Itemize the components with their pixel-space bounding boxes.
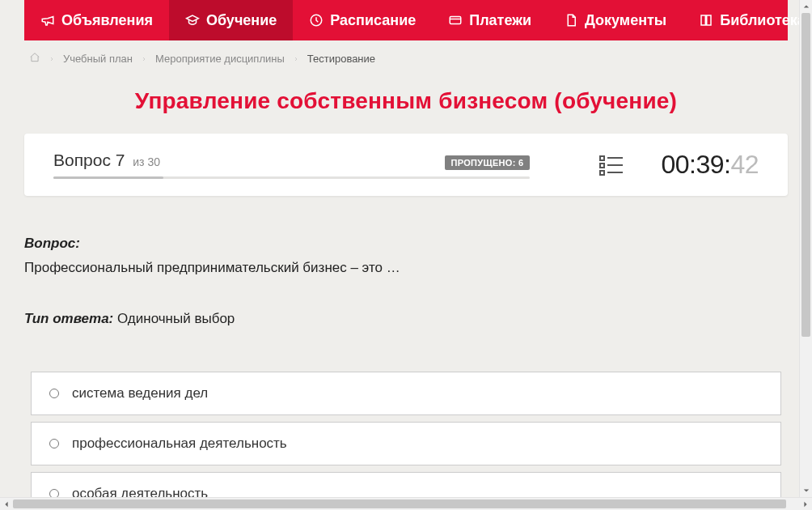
scroll-up-icon[interactable]	[800, 0, 812, 13]
svg-rect-4	[600, 171, 604, 175]
svg-rect-1	[450, 17, 461, 24]
radio-icon[interactable]	[49, 389, 59, 398]
nav-item-label: Объявления	[61, 12, 153, 29]
nav-library[interactable]: Библиотека	[683, 0, 812, 40]
progress-fill	[53, 176, 163, 179]
megaphone-icon	[40, 13, 55, 28]
question-counter: Вопрос 7	[53, 151, 129, 169]
nav-item-label: Библиотека	[720, 12, 806, 29]
nav-item-label: Документы	[585, 12, 666, 29]
answer-list: система ведения дел профессиональная дея…	[0, 372, 812, 497]
page-title: Управление собственным бизнесом (обучени…	[0, 74, 812, 134]
radio-icon[interactable]	[49, 489, 59, 497]
card-icon	[448, 13, 463, 28]
document-icon	[564, 13, 578, 28]
question-list-button[interactable]	[599, 155, 624, 176]
scroll-thumb[interactable]	[13, 499, 786, 508]
main-navbar: Объявления Обучение Расписание Платежи Д…	[24, 0, 788, 40]
chevron-right-icon	[49, 53, 55, 65]
timer: 00:39:42	[661, 150, 759, 180]
scroll-right-icon[interactable]	[799, 498, 812, 510]
question-heading: Вопрос:	[24, 233, 788, 254]
horizontal-scrollbar[interactable]	[0, 497, 812, 510]
question-block: Вопрос: Профессиональный предприниматель…	[0, 196, 812, 329]
scroll-thumb[interactable]	[801, 13, 810, 337]
skipped-badge: ПРОПУЩЕНО: 6	[445, 155, 531, 170]
nav-announcements[interactable]: Объявления	[24, 0, 169, 40]
progress-bar	[53, 176, 530, 179]
breadcrumb-link[interactable]: Мероприятие дисциплины	[155, 53, 285, 65]
answer-option[interactable]: система ведения дел	[31, 372, 781, 415]
answer-text: профессиональная деятельность	[72, 436, 287, 452]
scroll-track[interactable]	[13, 498, 799, 510]
clock-icon	[309, 13, 324, 28]
nav-item-label: Расписание	[330, 12, 416, 29]
home-icon[interactable]	[29, 52, 40, 66]
nav-schedule[interactable]: Расписание	[293, 0, 432, 40]
scroll-left-icon[interactable]	[0, 498, 13, 510]
graduation-icon	[185, 13, 200, 28]
scroll-track[interactable]	[800, 13, 812, 484]
chevron-right-icon	[141, 53, 147, 65]
chevron-right-icon	[293, 53, 299, 65]
answer-type-label: Тип ответа:	[24, 311, 113, 326]
nav-item-label: Платежи	[469, 12, 531, 29]
answer-text: особая деятельность	[72, 486, 208, 497]
vertical-scrollbar[interactable]	[799, 0, 812, 497]
answer-option[interactable]: особая деятельность	[31, 472, 781, 497]
radio-icon[interactable]	[49, 439, 59, 448]
answer-type-value: Одиночный выбор	[117, 311, 235, 326]
breadcrumb-current: Тестирование	[307, 53, 375, 65]
book-icon	[699, 13, 713, 28]
breadcrumb-link[interactable]: Учебный план	[63, 53, 133, 65]
nav-item-label: Обучение	[206, 12, 277, 29]
nav-education[interactable]: Обучение	[169, 0, 293, 40]
nav-documents[interactable]: Документы	[548, 0, 683, 40]
nav-payments[interactable]: Платежи	[432, 0, 548, 40]
breadcrumb: Учебный план Мероприятие дисциплины Тест…	[0, 40, 812, 74]
scroll-down-icon[interactable]	[800, 484, 812, 497]
test-status-card: Вопрос 7 из 30 ПРОПУЩЕНО: 6	[24, 134, 788, 196]
svg-rect-3	[600, 164, 604, 168]
svg-rect-2	[600, 156, 604, 160]
question-total: из 30	[133, 155, 160, 168]
question-text: Профессиональный предпринимательский биз…	[24, 257, 788, 278]
answer-text: система ведения дел	[72, 385, 208, 402]
answer-option[interactable]: профессиональная деятельность	[31, 422, 781, 465]
